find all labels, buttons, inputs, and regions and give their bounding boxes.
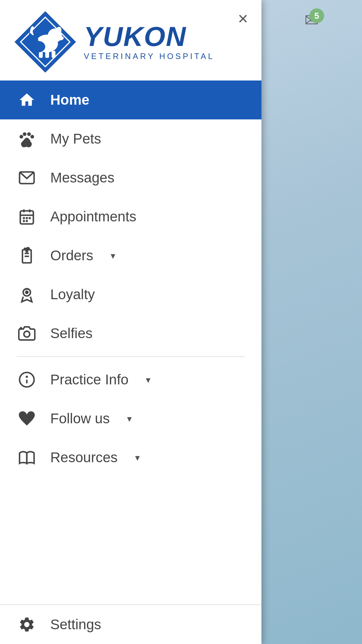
svg-point-15 — [23, 132, 26, 136]
sidebar-item-selfies[interactable]: Selfies — [0, 314, 261, 353]
sidebar-item-resources[interactable]: Resources ▾ — [0, 438, 261, 477]
svg-point-31 — [26, 251, 27, 252]
notification-icon[interactable]: ✉ 5 — [304, 10, 319, 30]
orders-icon — [17, 246, 37, 266]
svg-point-35 — [21, 327, 22, 329]
sidebar-item-messages[interactable]: Messages — [0, 158, 261, 197]
sidebar-item-practice-info[interactable]: Practice Info ▾ — [0, 360, 261, 399]
camera-icon — [17, 323, 37, 343]
notification-area: ✉ 5 — [261, 3, 362, 37]
home-label: Home — [50, 92, 89, 108]
logo-area: YUKON VETERINARY HOSPITAL — [0, 0, 261, 80]
loyalty-icon — [17, 284, 37, 305]
loyalty-label: Loyalty — [50, 286, 95, 303]
nav-list: Home My Pets Me — [0, 80, 261, 604]
settings-label: Settings — [50, 616, 101, 633]
svg-point-34 — [24, 331, 29, 337]
svg-point-33 — [25, 290, 29, 294]
follow-us-label: Follow us — [50, 411, 110, 427]
logo-subtitle: VETERINARY HOSPITAL — [84, 52, 215, 61]
selfies-label: Selfies — [50, 325, 93, 341]
resources-dropdown-icon: ▾ — [135, 452, 140, 463]
calendar-icon — [17, 207, 37, 227]
resources-label: Resources — [50, 449, 118, 466]
svg-point-14 — [19, 135, 23, 139]
appointments-label: Appointments — [50, 209, 136, 225]
svg-point-6 — [57, 36, 64, 40]
heart-icon — [17, 409, 37, 429]
sidebar-item-my-pets[interactable]: My Pets — [0, 119, 261, 158]
gear-icon — [17, 614, 37, 635]
notification-badge: 5 — [309, 8, 324, 23]
sidebar-item-orders[interactable]: Orders ▾ — [0, 236, 261, 275]
close-button[interactable]: × — [231, 7, 255, 30]
sidebar-item-appointments[interactable]: Appointments — [0, 197, 261, 236]
paw-icon — [17, 129, 37, 149]
navigation-drawer: × — [0, 0, 261, 644]
info-icon — [17, 370, 37, 390]
svg-point-16 — [27, 132, 31, 136]
book-icon — [17, 447, 37, 468]
messages-label: Messages — [50, 170, 114, 186]
my-pets-label: My Pets — [50, 131, 101, 147]
orders-label: Orders — [50, 248, 93, 264]
orders-dropdown-icon: ▾ — [111, 250, 115, 261]
logo-text: YUKON VETERINARY HOSPITAL — [84, 23, 215, 61]
svg-point-11 — [28, 35, 38, 45]
svg-rect-8 — [45, 51, 49, 58]
sidebar-item-loyalty[interactable]: Loyalty — [0, 275, 261, 314]
svg-point-17 — [31, 135, 34, 139]
sidebar-item-home[interactable]: Home — [0, 80, 261, 119]
practice-info-dropdown-icon: ▾ — [146, 374, 150, 385]
messages-icon — [17, 168, 37, 188]
logo-container: YUKON VETERINARY HOSPITAL — [13, 10, 215, 74]
nav-divider — [17, 356, 245, 357]
sidebar-item-follow-us[interactable]: Follow us ▾ — [0, 399, 261, 438]
practice-info-label: Practice Info — [50, 372, 128, 388]
home-icon — [17, 90, 37, 110]
follow-us-dropdown-icon: ▾ — [127, 413, 132, 424]
svg-rect-9 — [52, 51, 55, 58]
logo-diamond-icon — [13, 10, 77, 74]
settings-bar[interactable]: Settings — [0, 604, 261, 644]
logo-title: YUKON — [84, 23, 215, 50]
